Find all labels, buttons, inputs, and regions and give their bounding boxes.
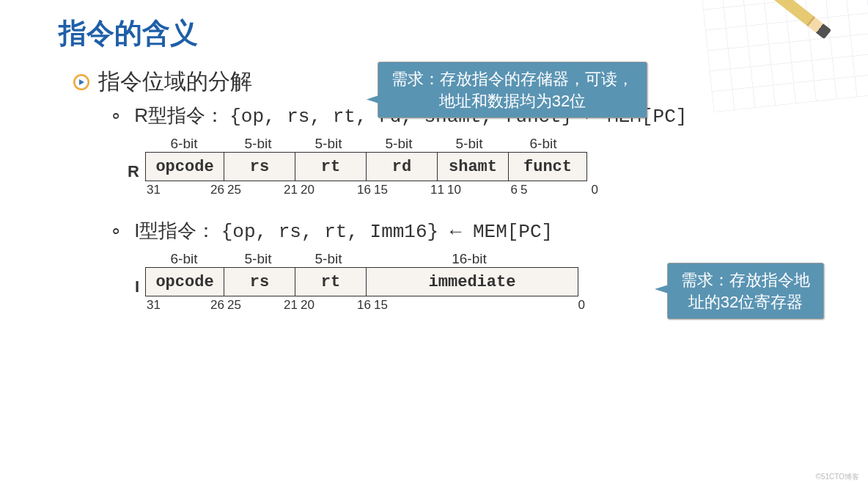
bullet-icon (73, 74, 89, 90)
bit-num: 0 (578, 298, 585, 313)
bit-num: 31 (147, 298, 161, 313)
callout-line: 址的32位寄存器 (681, 291, 810, 313)
field-rt: rt (295, 152, 367, 181)
main-bullet-text: 指令位域的分解 (98, 67, 252, 97)
r-type-label: R型指令： (134, 104, 224, 126)
bit-label: 16-bit (364, 251, 575, 267)
i-format-diagram: 6-bit 5-bit 5-bit 16-bit I opcode rs rt … (110, 251, 608, 313)
r-row-label: R (110, 162, 145, 181)
field-shamt: shamt (438, 152, 509, 181)
field-immediate: immediate (367, 267, 578, 296)
svg-marker-0 (79, 79, 84, 85)
field-rs: rs (224, 152, 295, 181)
bit-num: 20 (301, 298, 315, 313)
field-rs: rs (224, 267, 295, 296)
r-field-boxes: opcode rs rt rd shamt funct (145, 152, 587, 181)
i-type-label: I型指令： (134, 219, 216, 241)
bit-num: 0 (592, 183, 598, 197)
bit-label: 5-bit (293, 251, 364, 267)
bit-num: 21 (284, 298, 298, 313)
bit-num: 5 (521, 183, 527, 197)
callout-memory-requirement: 需求：存放指令的存储器，可读， 地址和数据均为32位 (378, 62, 647, 118)
i-top-bit-labels: 6-bit 5-bit 5-bit 16-bit (145, 251, 608, 267)
i-bit-ranges: 3126 2521 2016 150 (145, 298, 608, 313)
bit-label: 5-bit (293, 136, 364, 152)
bit-num: 31 (147, 183, 161, 197)
bit-label: 6-bit (145, 136, 223, 152)
watermark: ©51CTO博客 (816, 472, 859, 482)
bit-num: 25 (227, 183, 241, 197)
i-type-line: I型指令： {op, rs, rt, Imm16} ← MEM[PC] (110, 218, 817, 244)
bit-label: 5-bit (364, 136, 434, 152)
bit-num: 16 (357, 183, 371, 197)
callout-line: 需求：存放指令的存储器，可读， (391, 68, 633, 90)
field-rd: rd (367, 152, 438, 181)
i-row-label: I (110, 277, 145, 296)
bit-num: 26 (210, 183, 224, 197)
bit-num: 20 (301, 183, 315, 197)
callout-line: 需求：存放指令地 (681, 269, 810, 291)
r-bit-ranges: 3126 2521 2016 1511 106 50 (145, 183, 608, 197)
background-blueprint (701, 0, 868, 112)
bit-label: 6-bit (145, 251, 223, 267)
bit-num: 11 (430, 183, 444, 197)
field-rt: rt (295, 267, 367, 296)
bit-num: 21 (284, 183, 298, 197)
r-top-bit-labels: 6-bit 5-bit 5-bit 5-bit 5-bit 6-bit (145, 136, 608, 152)
bit-num: 6 (511, 183, 518, 197)
callout-line: 地址和数据均为32位 (391, 90, 633, 112)
bit-label: 5-bit (223, 251, 293, 267)
bit-num: 15 (374, 298, 388, 313)
field-opcode: opcode (145, 267, 224, 296)
r-format-diagram: 6-bit 5-bit 5-bit 5-bit 5-bit 6-bit R op… (110, 136, 608, 197)
field-opcode: opcode (145, 152, 224, 181)
i-field-boxes: opcode rs rt immediate (145, 267, 578, 296)
bit-label: 6-bit (504, 136, 582, 152)
bit-num: 16 (357, 298, 371, 313)
bit-num: 15 (374, 183, 388, 197)
bit-num: 26 (210, 298, 224, 313)
callout-register-requirement: 需求：存放指令地 址的32位寄存器 (667, 263, 824, 319)
bit-num: 10 (447, 183, 461, 197)
i-type-code: {op, rs, rt, Imm16} ← MEM[PC] (221, 221, 553, 243)
bit-label: 5-bit (434, 136, 504, 152)
field-funct: funct (509, 152, 587, 181)
bit-num: 25 (227, 298, 241, 313)
bit-label: 5-bit (223, 136, 293, 152)
slide-title: 指令的含义 (59, 15, 817, 52)
